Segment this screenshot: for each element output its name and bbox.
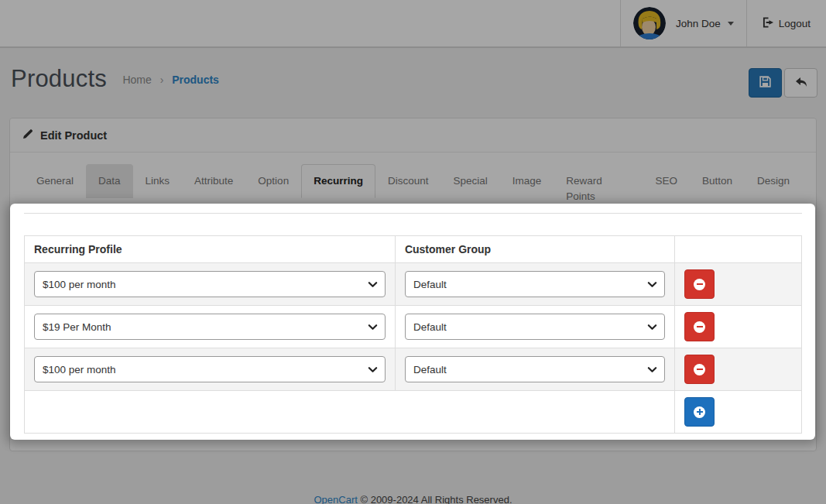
pencil-icon <box>22 129 33 142</box>
logout-button[interactable]: Logout <box>747 0 826 46</box>
table-row: $100 per month Default <box>25 263 802 306</box>
column-header-action <box>675 236 802 263</box>
page-title: Products <box>11 65 107 93</box>
floppy-disk-icon <box>759 75 772 91</box>
edit-product-panel: Edit Product General Data Links Attribut… <box>9 118 817 451</box>
remove-row-button-1[interactable] <box>684 269 715 299</box>
tab-general[interactable]: General <box>24 164 86 214</box>
recurring-table: Recurring Profile Customer Group $100 pe… <box>24 235 802 434</box>
table-row: $100 per month Default <box>25 348 802 391</box>
user-menu[interactable]: John Doe <box>620 0 747 46</box>
panel-heading: Edit Product <box>10 118 816 153</box>
logout-label: Logout <box>779 18 811 29</box>
breadcrumb-home-link[interactable]: Home <box>122 74 151 86</box>
tab-button[interactable]: Button <box>690 164 745 214</box>
table-row: $19 Per Month Default <box>25 306 802 348</box>
breadcrumb-separator: › <box>160 74 164 86</box>
breadcrumb: Home › Products <box>122 74 219 86</box>
footer-copyright-text: © 2009-2024 All Rights Reserved. <box>358 494 512 504</box>
add-row-button[interactable] <box>684 397 715 427</box>
tab-reward-points[interactable]: Reward Points <box>554 164 643 214</box>
tab-discount[interactable]: Discount <box>375 164 441 214</box>
save-button[interactable] <box>749 68 782 98</box>
customer-group-select-3[interactable]: Default <box>405 356 665 382</box>
remove-row-button-2[interactable] <box>684 312 715 341</box>
column-header-recurring-profile: Recurring Profile <box>25 236 396 263</box>
recurring-tab-content: Recurring Profile Customer Group $100 pe… <box>24 214 802 434</box>
table-row-add <box>25 391 802 434</box>
tab-recurring[interactable]: Recurring <box>301 164 375 214</box>
back-button[interactable] <box>784 68 817 98</box>
tab-image[interactable]: Image <box>500 164 554 214</box>
tab-special[interactable]: Special <box>440 164 499 214</box>
sign-out-icon <box>763 17 774 30</box>
minus-circle-icon <box>694 364 705 375</box>
tab-bar: General Data Links Attribute Option Recu… <box>24 164 802 214</box>
recurring-profile-select-3[interactable]: $100 per month <box>34 356 386 382</box>
plus-circle-icon <box>694 406 705 418</box>
footer-copyright: OpenCart © 2009-2024 All Rights Reserved… <box>0 494 826 504</box>
tab-design[interactable]: Design <box>745 164 802 214</box>
customer-group-select-1[interactable]: Default <box>405 271 665 297</box>
minus-circle-icon <box>694 279 705 290</box>
minus-circle-icon <box>694 321 705 333</box>
avatar <box>633 7 666 39</box>
recurring-profile-select-1[interactable]: $100 per month <box>34 271 386 297</box>
caret-down-icon <box>728 22 734 26</box>
remove-row-button-3[interactable] <box>684 355 715 384</box>
recurring-profile-select-2[interactable]: $19 Per Month <box>34 314 386 340</box>
tab-data[interactable]: Data <box>86 164 133 214</box>
footer-opencart-link[interactable]: OpenCart <box>314 494 357 504</box>
customer-group-select-2[interactable]: Default <box>405 314 665 340</box>
tab-option[interactable]: Option <box>245 164 301 214</box>
breadcrumb-current-link[interactable]: Products <box>172 74 219 86</box>
panel-title: Edit Product <box>40 129 107 142</box>
tab-seo[interactable]: SEO <box>643 164 690 214</box>
column-header-customer-group: Customer Group <box>395 236 674 263</box>
tab-links[interactable]: Links <box>133 164 183 214</box>
header-bar: John Doe Logout <box>0 0 826 48</box>
reply-arrow-icon <box>794 76 808 91</box>
user-name: John Doe <box>676 18 721 29</box>
tab-attribute[interactable]: Attribute <box>182 164 245 214</box>
page-header: Products Home › Products <box>0 48 826 118</box>
